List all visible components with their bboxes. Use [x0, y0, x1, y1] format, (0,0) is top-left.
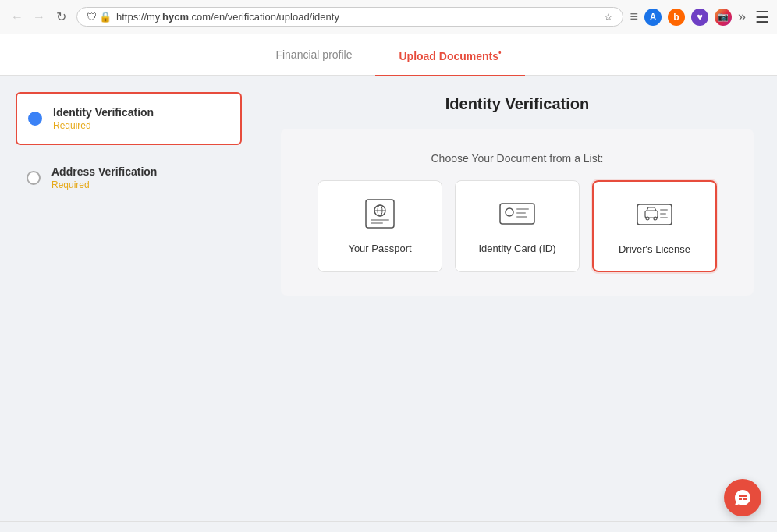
radio-identity — [28, 112, 42, 126]
shield-icon: 🛡 — [87, 11, 97, 23]
tab-upload-documents[interactable]: Upload Documents• — [375, 34, 524, 75]
sidebar: Identity Verification Required Address V… — [0, 76, 257, 521]
doc-card-identity-card[interactable]: Identity Card (ID) — [455, 180, 580, 272]
browser-chrome: ← → ↻ 🛡 🔒 https://my.hycm.com/en/verific… — [0, 0, 777, 34]
url-text: https://my.hycm.com/en/verification/uplo… — [116, 11, 599, 23]
drivers-license-label: Driver's License — [619, 243, 690, 255]
bookmarks-icon[interactable]: ≡ — [630, 9, 638, 25]
refresh-button[interactable]: ↻ — [51, 8, 70, 27]
identity-card-label: Identity Card (ID) — [479, 243, 556, 254]
radio-address — [27, 171, 41, 185]
account-icon[interactable]: A — [644, 9, 662, 26]
main-layout: Identity Verification Required Address V… — [0, 76, 777, 521]
svg-rect-9 — [516, 212, 526, 214]
menu-icon[interactable]: ☰ — [755, 8, 769, 27]
instagram-icon[interactable]: 📷 — [715, 9, 732, 26]
identity-verification-status: Required — [53, 120, 154, 131]
address-verification-text: Address Verification Required — [51, 165, 157, 190]
more-icon[interactable]: » — [738, 9, 746, 25]
identity-card-icon — [494, 197, 541, 232]
lock-icon: 🔒 — [99, 11, 112, 23]
page-title: Identity Verification — [281, 95, 754, 113]
page-content: Financial profile Upload Documents• Iden… — [0, 34, 777, 532]
doc-selector-box: Choose Your Document from a List: — [281, 129, 754, 296]
svg-rect-4 — [371, 219, 389, 221]
required-dot: • — [498, 48, 502, 57]
footer-section: How to Verify Your Identity? The documen… — [0, 521, 777, 532]
doc-card-passport[interactable]: Your Passport — [318, 180, 442, 272]
extension-b-icon[interactable]: b — [668, 9, 685, 26]
tab-financial-profile[interactable]: Financial profile — [252, 34, 375, 75]
drivers-license-icon — [631, 197, 678, 232]
passport-label: Your Passport — [348, 243, 411, 254]
doc-card-drivers-license[interactable]: Driver's License — [592, 180, 717, 272]
address-verification-status: Required — [51, 179, 157, 190]
security-icons: 🛡 🔒 — [87, 11, 112, 23]
identity-verification-title: Identity Verification — [53, 106, 154, 119]
svg-rect-8 — [516, 208, 529, 210]
pocket-icon[interactable]: ♥ — [691, 9, 708, 26]
sidebar-item-address-verification[interactable]: Address Verification Required — [16, 153, 242, 203]
forward-button[interactable]: → — [30, 8, 48, 27]
doc-cards: Your Passport — [300, 180, 735, 272]
address-bar[interactable]: 🛡 🔒 https://my.hycm.com/en/verification/… — [76, 7, 623, 27]
tabs-bar: Financial profile Upload Documents• — [0, 34, 777, 76]
doc-selector-label: Choose Your Document from a List: — [300, 152, 735, 165]
browser-icons: ≡ A b ♥ 📷 » ☰ — [630, 8, 769, 27]
sidebar-item-identity-verification[interactable]: Identity Verification Required — [16, 92, 242, 145]
passport-icon — [357, 197, 403, 232]
svg-rect-17 — [660, 217, 668, 218]
chat-icon — [733, 488, 752, 507]
svg-rect-10 — [516, 216, 527, 218]
identity-verification-text: Identity Verification Required — [53, 106, 154, 131]
content-area: Identity Verification Choose Your Docume… — [257, 76, 777, 521]
star-icon[interactable]: ☆ — [604, 11, 613, 23]
chat-bubble[interactable] — [724, 479, 761, 516]
address-verification-title: Address Verification — [51, 165, 157, 178]
nav-buttons: ← → ↻ — [8, 8, 70, 27]
svg-rect-5 — [371, 222, 383, 224]
svg-rect-16 — [660, 213, 666, 215]
svg-rect-15 — [660, 209, 668, 211]
back-button[interactable]: ← — [8, 8, 27, 27]
